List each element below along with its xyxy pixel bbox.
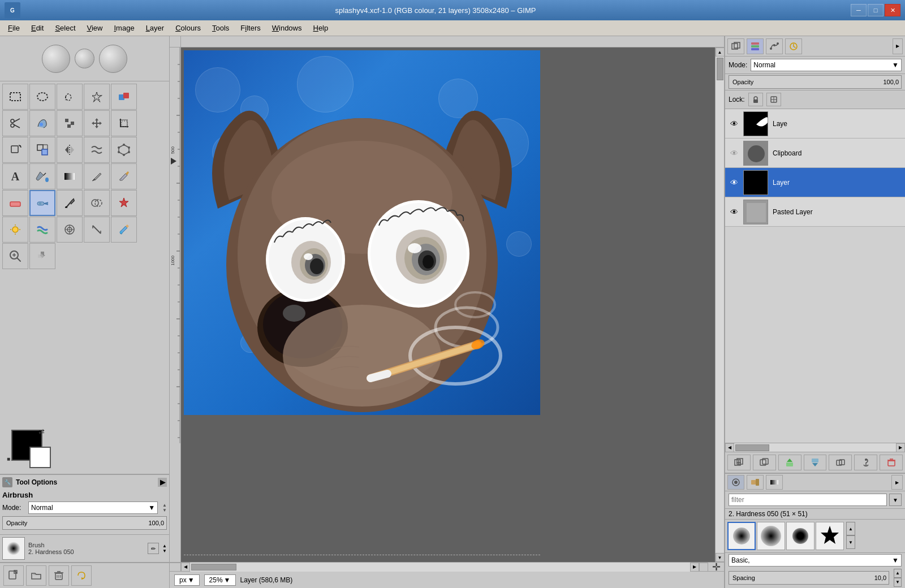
lock-pixels-btn[interactable] [748, 93, 763, 106]
maximize-button[interactable]: □ [868, 4, 884, 16]
layer-3-eye[interactable]: 👁 [727, 176, 741, 189]
tool-scale[interactable] [29, 137, 55, 163]
menu-view[interactable]: View [81, 22, 109, 34]
tool-convolve[interactable] [57, 217, 83, 243]
menu-image[interactable]: Image [108, 22, 140, 34]
layers-scroll-right[interactable]: ▶ [896, 443, 905, 452]
tool-ink[interactable] [57, 190, 83, 216]
menu-edit[interactable]: Edit [25, 22, 49, 34]
background-color[interactable] [29, 447, 51, 468]
scroll-h-thumb[interactable] [191, 564, 236, 570]
layer-item-2[interactable]: 👁 Clipboard [725, 139, 905, 168]
tool-crop[interactable] [111, 110, 137, 136]
layers-scroll-left[interactable]: ◀ [725, 443, 734, 452]
layers-history-btn[interactable] [785, 38, 802, 54]
brush-cell-4[interactable] [816, 522, 844, 550]
layer-1-eye[interactable]: 👁 [727, 117, 741, 131]
brush-grid-down[interactable]: ▼ [846, 535, 855, 549]
layer-2-eye[interactable]: 👁 [727, 146, 741, 160]
canvas-viewport[interactable] [181, 47, 715, 562]
zoom-dropdown[interactable]: 25% ▼ [204, 574, 236, 586]
lock-position-btn[interactable] [766, 93, 781, 106]
open-layer-btn[interactable] [753, 455, 776, 470]
layer-item-1[interactable]: 👁 Laye [725, 109, 905, 139]
spacing-up[interactable]: ▲ [894, 569, 902, 578]
tool-cage[interactable] [111, 137, 137, 163]
tool-bucket[interactable] [29, 163, 55, 189]
brush-grid-up[interactable]: ▲ [846, 522, 855, 535]
brush-up[interactable]: ▲ [162, 543, 167, 548]
tool-lasso[interactable] [57, 84, 83, 110]
layer-item-3[interactable]: 👁 Layer [725, 168, 905, 197]
scroll-h-right[interactable]: ▶ [690, 563, 699, 572]
duplicate-layer-btn[interactable] [829, 455, 852, 470]
tool-gradient[interactable] [57, 163, 83, 189]
mode-dropdown[interactable]: Normal ▼ [28, 501, 158, 514]
script-fu-btn[interactable] [71, 565, 92, 586]
swap-colors-icon[interactable]: ⇄ [38, 427, 45, 436]
delete-layer-btn[interactable] [880, 455, 903, 470]
gimp-canvas[interactable] [184, 50, 540, 415]
tool-pencil[interactable] [84, 163, 110, 189]
open-image-btn[interactable] [26, 565, 46, 586]
brush-cell-3[interactable] [786, 522, 815, 550]
new-layer-btn[interactable] [727, 455, 751, 470]
brush-edit-btn[interactable]: ✏ [148, 543, 159, 554]
brush-cell-1[interactable] [727, 522, 756, 550]
mode-down[interactable]: ▼ [162, 508, 167, 513]
brushes-tab-3[interactable] [766, 475, 783, 490]
tool-color-picker[interactable] [111, 217, 137, 243]
tool-rotate[interactable] [2, 137, 28, 163]
layer-item-4[interactable]: 👁 Pasted Layer [725, 197, 905, 227]
tool-paintbrush[interactable] [111, 163, 137, 189]
delete-btn[interactable] [49, 565, 69, 586]
tool-heal[interactable] [111, 190, 137, 216]
new-image-btn[interactable] [3, 565, 24, 586]
menu-tools[interactable]: Tools [206, 22, 235, 34]
tool-measure[interactable] [84, 217, 110, 243]
brushes-tab-2[interactable] [747, 475, 764, 490]
layers-channels-btn[interactable] [747, 38, 764, 54]
layers-panel-arrow[interactable]: ▶ [893, 38, 903, 54]
layer-4-eye[interactable]: 👁 [727, 205, 741, 219]
scroll-v-thumb[interactable] [717, 58, 723, 80]
brush-filter-input[interactable] [729, 494, 887, 506]
tool-ellipse-select[interactable] [29, 84, 55, 110]
scroll-h-left[interactable]: ◀ [181, 563, 190, 572]
brushes-panel-arrow[interactable]: ▶ [891, 475, 903, 490]
layers-paths-btn[interactable] [766, 38, 783, 54]
menu-help[interactable]: Help [307, 22, 334, 34]
menu-windows[interactable]: Windows [266, 22, 308, 34]
tool-warp[interactable] [84, 137, 110, 163]
brushes-tab-1[interactable] [727, 475, 744, 490]
layers-opacity-bar[interactable]: Opacity 100,0 [729, 75, 902, 89]
tool-align[interactable] [57, 110, 83, 136]
menu-filters[interactable]: Filters [235, 22, 266, 34]
lower-layer-btn[interactable] [804, 455, 827, 470]
tool-rectangle-select[interactable] [2, 84, 28, 110]
tool-text[interactable]: A [2, 163, 28, 189]
close-button[interactable]: ✕ [885, 4, 900, 16]
brush-filter-arrow-icon[interactable]: ▼ [889, 494, 902, 506]
tool-zoom[interactable] [2, 243, 28, 269]
layers-mode-dropdown[interactable]: Normal ▼ [751, 59, 902, 71]
layers-scroll-thumb[interactable] [735, 444, 769, 451]
brush-cell-2[interactable] [757, 522, 785, 550]
tool-foreground-select[interactable] [29, 110, 55, 136]
unit-dropdown[interactable]: px ▼ [174, 574, 200, 586]
tool-flip[interactable] [57, 137, 83, 163]
brush-type-dropdown[interactable]: Basic, ▼ [729, 554, 902, 567]
reset-colors-icon[interactable]: ■ [7, 456, 10, 462]
tool-colors[interactable] [111, 84, 137, 110]
brush-down[interactable]: ▼ [162, 548, 167, 554]
scroll-v-up[interactable]: ▲ [716, 47, 725, 57]
tool-scissors[interactable] [2, 110, 28, 136]
menu-file[interactable]: File [2, 22, 25, 34]
menu-colours[interactable]: Colours [170, 22, 206, 34]
minimize-button[interactable]: ─ [851, 4, 867, 16]
spacing-bar[interactable]: Spacing 10,0 [729, 571, 889, 585]
menu-select[interactable]: Select [49, 22, 81, 34]
tool-move[interactable] [84, 110, 110, 136]
mode-up[interactable]: ▲ [162, 503, 167, 508]
menu-layer[interactable]: Layer [140, 22, 170, 34]
